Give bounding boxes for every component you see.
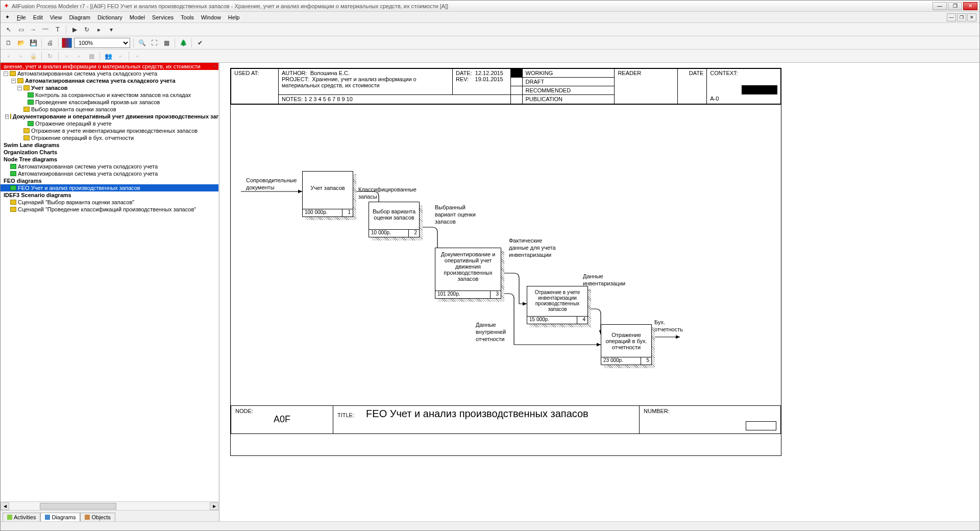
tree-root[interactable]: анение, учет и анализ информации о матер… — [1, 63, 218, 70]
menu-edit[interactable]: Edit — [30, 13, 46, 21]
spellcheck-icon[interactable]: ✔ — [195, 38, 205, 48]
tree-item[interactable]: Отражение в учете инвентаризации произво… — [1, 127, 218, 134]
menu-file[interactable]: File — [14, 13, 29, 21]
scroll-right-icon[interactable]: ▶ — [210, 502, 218, 510]
tb3-6[interactable]: ▫ — [74, 51, 84, 61]
tree-hscroll[interactable]: ◀ ▶ — [1, 501, 218, 510]
sidebar-close-icon[interactable]: × — [212, 64, 217, 69]
tb3-7[interactable]: ▦ — [86, 51, 96, 61]
tree-item[interactable]: −Учет запасов — [1, 84, 218, 91]
tb3-2[interactable]: ▫ — [16, 51, 26, 61]
print-button[interactable]: 🖨 — [45, 38, 55, 48]
tab-objects[interactable]: Objects — [80, 513, 115, 521]
squiggle-tool[interactable]: 〰 — [40, 25, 51, 35]
tab-activities[interactable]: Activities — [3, 513, 40, 521]
tb3-4[interactable]: ↻ — [45, 51, 55, 61]
tb3-9[interactable]: ▫ — [115, 51, 126, 61]
activity-box-2[interactable]: Выбор варианта оценки запасов 10 000р.2 — [369, 202, 420, 237]
refresh-tool[interactable]: ↻ — [82, 25, 92, 35]
tb3-8[interactable]: 👥 — [103, 51, 113, 61]
tb3-1[interactable]: ▫ — [4, 51, 14, 61]
menubar: ✦ File Edit View Diagram Dictionary Mode… — [1, 12, 979, 23]
window-title: AllFusion Process Modeler r7 - [(A0F) FE… — [12, 3, 933, 9]
label: Сопроводительные документы — [246, 177, 307, 191]
tree-item[interactable]: Проведение классификаций произв-ых запас… — [1, 99, 218, 106]
tree-item-selected[interactable]: FEO Учет и анализ производственных запас… — [1, 184, 218, 191]
tree-item[interactable]: −Документирование и оперативный учет дви… — [1, 113, 218, 120]
tree-group[interactable]: Node Tree diagrams — [1, 156, 218, 163]
used-at-cell: USED AT: — [231, 69, 279, 104]
zoom-in-icon[interactable]: 🔍 — [137, 38, 147, 48]
tb3-3[interactable]: 🔒 — [28, 51, 38, 61]
titlebar: ✦ AllFusion Process Modeler r7 - [(A0F) … — [1, 1, 979, 12]
activity-box-4[interactable]: Отражение в учете инвентаризации произво… — [527, 286, 588, 324]
menu-window[interactable]: Window — [198, 13, 224, 21]
menu-view[interactable]: View — [47, 13, 65, 21]
explorer-tabs: Activities Diagrams Objects — [1, 510, 218, 521]
new-button[interactable]: 🗋 — [4, 38, 14, 48]
diagram-body[interactable]: Сопроводительные документы Классифициров… — [231, 104, 781, 405]
minimize-button[interactable]: — — [933, 2, 947, 10]
scroll-left-icon[interactable]: ◀ — [1, 502, 9, 510]
palette-button[interactable] — [62, 38, 72, 48]
mdi-close[interactable]: ✕ — [967, 13, 976, 21]
activity-box-5[interactable]: Отражение операций в бух. отчетности 23 … — [601, 324, 652, 365]
tree-item[interactable]: −Автоматизированная система учета складс… — [1, 77, 218, 84]
menu-services[interactable]: Services — [149, 13, 177, 21]
tree-item[interactable]: Отражение операций в учете — [1, 120, 218, 127]
tb3-10[interactable]: ▫ — [132, 51, 142, 61]
menu-diagram[interactable]: Diagram — [66, 13, 93, 21]
app-window: ✦ AllFusion Process Modeler r7 - [(A0F) … — [0, 0, 980, 531]
menu-dictionary[interactable]: Dictionary — [94, 13, 126, 21]
dropdown-tool[interactable]: ▾ — [106, 25, 116, 35]
report-button[interactable]: ▦ — [161, 38, 172, 48]
label: Классифицированные запасы — [358, 186, 425, 201]
menu-tools[interactable]: Tools — [178, 13, 197, 21]
tree-item[interactable]: Выбор варианта оценки запасов — [1, 106, 218, 113]
main-area: × анение, учет и анализ информации о мат… — [1, 63, 979, 521]
label: Бух. отчетность — [654, 319, 690, 333]
tab-diagrams[interactable]: Diagrams — [40, 513, 80, 521]
box-tool[interactable]: ▭ — [16, 25, 26, 35]
tree-item[interactable]: Автоматизированная система учета складск… — [1, 163, 218, 170]
play2-tool[interactable]: ▸ — [94, 25, 104, 35]
menu-model[interactable]: Model — [127, 13, 148, 21]
label: Данные инвентаризации — [583, 273, 634, 287]
tree-group[interactable]: IDEF3 Scenario diagrams — [1, 191, 218, 199]
play-tool[interactable]: ▶ — [69, 25, 80, 35]
tree-item[interactable]: −Автоматизированная система учета складс… — [1, 70, 218, 77]
statusbar — [1, 521, 979, 530]
activity-box-1[interactable]: Учет запасов 100 000р.1 — [302, 171, 353, 217]
label: Фактические данные для учета инвентариза… — [509, 237, 560, 258]
maximize-button[interactable]: ❐ — [948, 2, 962, 10]
diagram-canvas[interactable]: USED AT: AUTHOR: Волошина Е.С. PROJECT: … — [220, 63, 979, 521]
tree-icon[interactable]: 🌲 — [178, 38, 188, 48]
open-button[interactable]: 📂 — [16, 38, 26, 48]
arrow-tool[interactable]: → — [28, 25, 38, 35]
mdi-minimize[interactable]: — — [947, 13, 956, 21]
tree-group[interactable]: Organization Charts — [1, 149, 218, 156]
pointer-tool[interactable]: ↖ — [4, 25, 14, 35]
save-button[interactable]: 💾 — [28, 38, 38, 48]
tree-item[interactable]: Автоматизированная система учета складск… — [1, 170, 218, 177]
tree-item[interactable]: Сценарий "Выбор варианта оценки запасов" — [1, 199, 218, 206]
footer-table: NODE: A0F TITLE: FEO Учет и анализ произ… — [231, 405, 781, 434]
diagram-frame: USED AT: AUTHOR: Волошина Е.С. PROJECT: … — [230, 68, 781, 456]
tree-group[interactable]: FEO diagrams — [1, 177, 218, 184]
close-button[interactable]: ✕ — [963, 2, 977, 10]
text-tool[interactable]: T — [53, 25, 63, 35]
tree[interactable]: анение, учет и анализ информации о матер… — [1, 63, 218, 501]
activity-box-3[interactable]: Документирование и оперативный учет движ… — [435, 248, 501, 299]
menu-help[interactable]: Help — [225, 13, 243, 21]
zoom-select[interactable]: 100% — [74, 38, 130, 48]
tb3-5[interactable]: ▫ — [62, 51, 72, 61]
label: Выбранный вариант оценки запасов — [435, 204, 476, 225]
tree-group[interactable]: Swim Lane diagrams — [1, 141, 218, 149]
scroll-thumb[interactable] — [40, 503, 116, 510]
mdi-restore[interactable]: ❐ — [957, 13, 966, 21]
tree-item[interactable]: Контроль за сохранностью и качеством зап… — [1, 91, 218, 99]
toolbar-3: ▫ ▫ 🔒 ↻ ▫ ▫ ▦ 👥 ▫ ▫ — [1, 50, 979, 63]
tree-item[interactable]: Отражение операций в бух. отчетности — [1, 134, 218, 141]
tree-item[interactable]: Сценарий "Проведение классификаций произ… — [1, 206, 218, 213]
zoom-area-icon[interactable]: ⛶ — [149, 38, 159, 48]
